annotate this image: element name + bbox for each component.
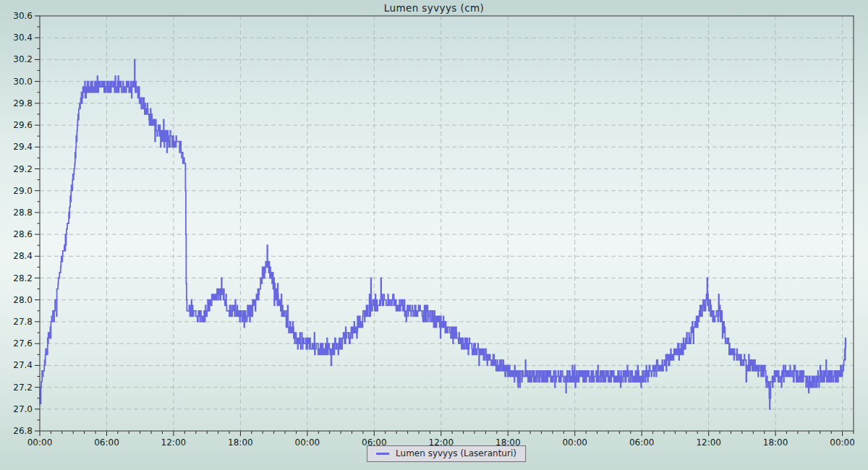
svg-text:18:00: 18:00 [763, 437, 788, 448]
svg-text:27.4: 27.4 [13, 360, 33, 370]
svg-text:06:00: 06:00 [629, 437, 655, 448]
svg-text:27.2: 27.2 [13, 383, 33, 393]
svg-text:29.6: 29.6 [13, 120, 33, 130]
svg-text:12:00: 12:00 [161, 437, 187, 448]
svg-text:29.4: 29.4 [13, 142, 33, 152]
svg-text:29.8: 29.8 [13, 98, 33, 108]
svg-text:00:00: 00:00 [830, 437, 855, 448]
svg-text:06:00: 06:00 [94, 437, 119, 448]
svg-text:28.2: 28.2 [13, 273, 33, 283]
svg-text:00:00: 00:00 [562, 437, 587, 448]
legend-label: Lumen syvyys (Laseranturi) [396, 448, 516, 458]
svg-text:12:00: 12:00 [696, 437, 721, 448]
svg-text:18:00: 18:00 [228, 437, 253, 448]
svg-text:27.8: 27.8 [13, 317, 33, 327]
legend: Lumen syvyys (Laseranturi) [367, 445, 526, 462]
legend-line-sample [376, 453, 389, 455]
svg-text:28.8: 28.8 [13, 208, 33, 218]
svg-text:00:00: 00:00 [27, 437, 53, 448]
plot-area [40, 16, 854, 431]
svg-text:28.0: 28.0 [13, 295, 33, 305]
svg-text:30.6: 30.6 [13, 11, 33, 21]
svg-text:29.0: 29.0 [13, 186, 33, 196]
svg-text:28.4: 28.4 [13, 251, 33, 261]
chart-page: Lumen syvyys (cm) 26.827.027.227.427.627… [0, 0, 868, 470]
svg-text:30.4: 30.4 [13, 33, 33, 43]
svg-text:00:00: 00:00 [295, 437, 320, 448]
svg-text:28.6: 28.6 [13, 229, 33, 239]
svg-text:27.0: 27.0 [13, 404, 33, 414]
svg-text:30.2: 30.2 [13, 54, 33, 64]
svg-text:29.2: 29.2 [13, 164, 33, 174]
svg-text:26.8: 26.8 [13, 426, 33, 436]
svg-text:27.6: 27.6 [13, 338, 33, 349]
line-chart: 26.827.027.227.427.627.828.028.228.428.6… [0, 0, 868, 470]
svg-text:30.0: 30.0 [13, 77, 33, 87]
